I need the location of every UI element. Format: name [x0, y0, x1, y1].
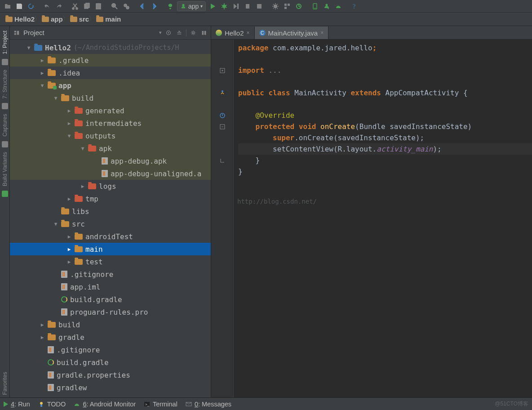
tree-row[interactable]: ▶.gradle: [10, 54, 211, 67]
tree-row[interactable]: ▶generated: [10, 104, 211, 117]
tree-row[interactable]: gradle.properties: [10, 369, 211, 381]
attach-icon[interactable]: [243, 1, 253, 11]
bottom-run[interactable]: 4: Run: [4, 401, 30, 408]
tree-row[interactable]: proguard-rules.pro: [10, 306, 211, 318]
tree-row[interactable]: gradlew: [10, 381, 211, 394]
bottom-terminal[interactable]: >_Terminal: [144, 401, 177, 408]
tree-arrow-icon[interactable]: ▼: [80, 146, 85, 152]
bottom-todo[interactable]: TODO: [38, 401, 66, 408]
fold-end-icon[interactable]: [211, 155, 233, 166]
tree-arrow-icon[interactable]: ▶: [66, 259, 72, 265]
collapse-all-icon[interactable]: [175, 29, 183, 37]
crumb-0[interactable]: Hello2: [3, 15, 39, 23]
tool-tab-structure[interactable]: 7: Structure: [2, 67, 8, 102]
android-icon[interactable]: [333, 1, 343, 11]
hide-icon[interactable]: [200, 29, 208, 37]
tree-arrow-icon[interactable]: ▼: [40, 83, 45, 89]
crumb-1[interactable]: app: [39, 15, 67, 23]
back-icon[interactable]: [137, 1, 147, 11]
tree-arrow-icon[interactable]: ▶: [66, 246, 72, 252]
avd-icon[interactable]: [310, 1, 320, 11]
tree-row[interactable]: ▼apk: [10, 142, 211, 155]
tree-row[interactable]: ▼app: [10, 79, 211, 92]
tool-tab-captures[interactable]: Captures: [2, 111, 8, 139]
replace-icon[interactable]: [121, 1, 131, 11]
code-editor[interactable]: package com.example.jared.hello; import …: [234, 40, 532, 397]
tool-tab-favorites[interactable]: Favorites: [2, 369, 8, 397]
undo-icon[interactable]: [42, 1, 52, 11]
tree-row[interactable]: .gitignore: [10, 343, 211, 356]
fold-minus-icon[interactable]: [211, 121, 233, 132]
tree-row[interactable]: ▼src: [10, 218, 211, 230]
run-icon[interactable]: [208, 1, 217, 11]
save-icon[interactable]: [14, 1, 24, 11]
tree-row[interactable]: ▼build: [10, 92, 211, 104]
make-icon[interactable]: [165, 1, 175, 11]
gear-icon[interactable]: [189, 29, 197, 37]
tree-arrow-icon[interactable]: ▶: [80, 183, 85, 189]
tree-arrow-icon[interactable]: ▶: [66, 196, 72, 202]
tree-arrow-icon[interactable]: ▶: [40, 334, 45, 340]
tab-hello2[interactable]: Hello2 ×: [211, 27, 255, 39]
tree-row[interactable]: ▶intermediates: [10, 117, 211, 129]
paste-icon[interactable]: [93, 1, 103, 11]
tree-row[interactable]: ▼outputs: [10, 129, 211, 142]
tree-row[interactable]: ▶tmp: [10, 192, 211, 205]
close-icon[interactable]: ×: [247, 30, 250, 36]
run-coverage-icon[interactable]: [231, 1, 241, 11]
tree-arrow-icon[interactable]: ▼: [53, 221, 58, 227]
chevron-down-icon[interactable]: ▾: [159, 30, 162, 36]
tree-row[interactable]: app-debug.apk: [10, 155, 211, 167]
sync-icon[interactable]: [26, 1, 36, 11]
implemented-icon[interactable]: [211, 110, 233, 121]
tree-arrow-icon[interactable]: ▶: [66, 120, 72, 126]
tool-tab-project[interactable]: 1: Project: [2, 28, 8, 57]
tree-row[interactable]: build.gradle: [10, 356, 211, 369]
find-icon[interactable]: [110, 1, 120, 11]
tree-row[interactable]: ▶logs: [10, 180, 211, 192]
project-structure-icon[interactable]: [282, 1, 292, 11]
tree-arrow-icon[interactable]: ▼: [53, 95, 58, 101]
tree-arrow-icon[interactable]: ▶: [40, 322, 45, 328]
bottom-android-monitor[interactable]: 6: Android Monitor: [74, 401, 136, 408]
tree-row[interactable]: app.iml: [10, 281, 211, 293]
tree-arrow-icon[interactable]: ▼: [66, 133, 72, 139]
tree-arrow-icon[interactable]: ▶: [66, 234, 72, 240]
project-view-selector[interactable]: Project: [23, 29, 44, 36]
tab-mainactivity[interactable]: C MainActivity.java ×: [255, 27, 329, 39]
bottom-messages[interactable]: 0: Messages: [186, 401, 231, 408]
cut-icon[interactable]: [70, 1, 80, 11]
forward-icon[interactable]: [149, 1, 159, 11]
run-config-selector[interactable]: app ▾: [177, 1, 206, 11]
tree-row[interactable]: ▶androidTest: [10, 230, 211, 243]
tree-row[interactable]: ▶main: [10, 243, 211, 255]
crumb-3[interactable]: main: [93, 15, 125, 23]
sdk-icon[interactable]: [322, 1, 332, 11]
tree-row[interactable]: libs: [10, 205, 211, 218]
tree-row[interactable]: ▶build: [10, 318, 211, 331]
open-icon[interactable]: [3, 1, 13, 11]
override-icon[interactable]: [211, 87, 233, 98]
stop-icon[interactable]: [254, 1, 264, 11]
tree-arrow-icon[interactable]: ▼: [26, 45, 31, 51]
debug-icon[interactable]: [219, 1, 229, 11]
scroll-from-source-icon[interactable]: [164, 29, 173, 37]
tree-row[interactable]: ▼Hello2 (~/AndroidStudioProjects/H: [10, 41, 211, 54]
project-tree[interactable]: ▼Hello2 (~/AndroidStudioProjects/H▶.grad…: [10, 40, 211, 397]
close-icon[interactable]: ×: [320, 30, 324, 36]
tree-row[interactable]: .gitignore: [10, 268, 211, 281]
tree-row[interactable]: build.gradle: [10, 293, 211, 306]
tree-row[interactable]: app-debug-unaligned.a: [10, 167, 211, 180]
tree-arrow-icon[interactable]: ▶: [40, 58, 45, 63]
tree-row[interactable]: ▶.idea: [10, 67, 211, 79]
tree-arrow-icon[interactable]: ▶: [66, 108, 72, 114]
redo-icon[interactable]: [54, 1, 64, 11]
copy-icon[interactable]: [82, 1, 92, 11]
fold-plus-icon[interactable]: [211, 65, 233, 76]
help-icon[interactable]: ?: [350, 1, 359, 11]
crumb-2[interactable]: src: [67, 15, 94, 23]
tree-row[interactable]: ▶test: [10, 255, 211, 268]
tool-tab-buildvariants[interactable]: Build Variants: [2, 149, 8, 189]
project-view-icon[interactable]: [13, 29, 21, 37]
tree-row[interactable]: ▶gradle: [10, 331, 211, 343]
